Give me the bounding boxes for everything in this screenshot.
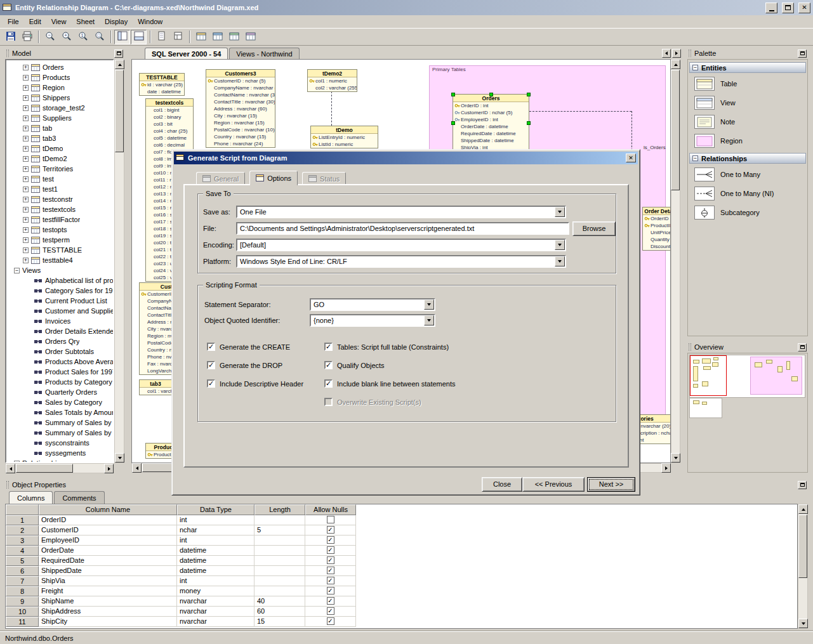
menu-view[interactable]: View (46, 16, 72, 27)
tree-expander[interactable]: + (23, 75, 29, 81)
tree-expander[interactable]: − (14, 268, 20, 273)
tree-item-testconstr[interactable]: +testconstr (6, 194, 113, 204)
tree-item-summary-of-sales-by-quarter[interactable]: Summary of Sales by Quarter (6, 417, 113, 428)
length-cell[interactable] (254, 515, 305, 525)
close-button[interactable]: ✕ (798, 3, 810, 13)
table-report-button[interactable] (242, 30, 258, 44)
properties-panel-menu-button[interactable] (798, 481, 807, 489)
row-number-cell[interactable]: 3 (6, 536, 39, 546)
menu-window[interactable]: Window (133, 16, 168, 27)
tree-item-region[interactable]: +Region (6, 82, 113, 93)
table-row[interactable]: 2CustomerIDnchar5✓ (6, 525, 797, 536)
tree-expander[interactable]: + (23, 176, 29, 182)
data-type-cell[interactable]: int (177, 515, 254, 525)
table-row[interactable]: 8Freightmoney✓ (6, 586, 797, 596)
entity-orders[interactable]: OrdersOrderID : intCustomerID : nchar (5… (453, 94, 529, 152)
save-as-select[interactable]: One File (236, 206, 566, 218)
tree-expander[interactable]: + (23, 95, 29, 101)
palette-item-view[interactable]: View (688, 93, 807, 112)
save-button[interactable] (3, 30, 18, 44)
table-row[interactable]: 4OrderDatedatetime✓ (6, 546, 797, 556)
tree-item-alphabetical-list-of-products[interactable]: Alphabetical list of products (6, 275, 113, 286)
column-name-cell[interactable]: ShipVia (39, 576, 177, 586)
tree-item-order-subtotals[interactable]: Order Subtotals (6, 346, 113, 357)
row-number-cell[interactable]: 7 (6, 576, 39, 586)
sheet-tab-views-northwind[interactable]: Views - Northwind (229, 48, 299, 59)
row-number-cell[interactable]: 5 (6, 556, 39, 566)
statement-separator-select[interactable]: GO (310, 298, 435, 311)
entity-customers3[interactable]: Customers3CustomerID : nchar (5)CompanyN… (206, 69, 275, 148)
show-model-panel-button[interactable] (114, 30, 130, 44)
selection-handle[interactable] (451, 93, 455, 96)
model-tree-vscrollbar[interactable] (114, 59, 124, 463)
tree-item-sales-by-category[interactable]: Sales by Category (6, 397, 113, 407)
tree-item-invoices[interactable]: Invoices (6, 316, 113, 326)
scrollbar-thumb[interactable] (671, 70, 680, 190)
palette-item-table[interactable]: Table (688, 74, 807, 93)
scroll-up-button[interactable] (115, 60, 124, 69)
tree-expander[interactable]: + (23, 197, 29, 202)
generate-the-drop-checkbox[interactable]: ✓Generate the DROP (207, 361, 282, 369)
tree-expander[interactable]: + (23, 187, 29, 192)
tree-item-tab3[interactable]: +tab3 (6, 133, 113, 143)
scrollbar-thumb[interactable] (16, 464, 73, 473)
entity-tdemo[interactable]: tDemoListEntryId : numericListId : numer… (310, 126, 378, 148)
tree-item-tab[interactable]: +tab (6, 123, 113, 133)
zoom-actual-button[interactable]: 1 (75, 30, 91, 44)
tree-expander[interactable]: + (23, 65, 29, 70)
length-cell[interactable] (254, 536, 305, 546)
encoding-select[interactable]: [Default] (236, 239, 566, 251)
allow-nulls-checkbox[interactable]: ✓ (327, 536, 334, 544)
entity-tdemo2[interactable]: tDemo2col1 : numericcol2 : varchar (255) (307, 69, 357, 92)
tree-expander[interactable]: + (23, 115, 29, 121)
minimap-viewport[interactable] (690, 355, 727, 396)
zoom-in-button[interactable]: + (58, 30, 74, 44)
scrollbar-thumb[interactable] (115, 70, 124, 152)
palette-panel-menu-button[interactable] (798, 49, 807, 58)
column-name-cell[interactable]: OrderID (39, 515, 177, 525)
table-row[interactable]: 5RequiredDatedatetime✓ (6, 556, 797, 566)
entity-order-details[interactable]: Order DetailsOrderID : intProductID : in… (642, 207, 671, 251)
zoom-out-button[interactable]: − (42, 30, 58, 44)
length-cell[interactable] (254, 576, 305, 586)
tree-expander[interactable]: + (23, 237, 29, 243)
tree-item-testtable4[interactable]: +testtable4 (6, 255, 113, 265)
sheet-options-button[interactable] (170, 30, 186, 44)
palette-group-relationships[interactable]: −Relationships (689, 153, 806, 164)
tree-item-testperm[interactable]: +testperm (6, 235, 113, 245)
tree-item-orders-qry[interactable]: Orders Qry (6, 336, 113, 346)
checkbox-box[interactable]: ✓ (207, 343, 215, 351)
row-number-cell[interactable]: 11 (6, 617, 39, 627)
import-tables-button[interactable] (209, 30, 225, 44)
tree-item-current-product-list[interactable]: Current Product List (6, 296, 113, 306)
overview-panel-menu-button[interactable] (798, 343, 807, 352)
tree-item-category-sales-for-1997[interactable]: Category Sales for 1997 (6, 286, 113, 296)
palette-item-one-to-many[interactable]: One to Many (688, 165, 807, 184)
tree-item-products-by-category[interactable]: Products by Category (6, 377, 113, 387)
scroll-right-button[interactable] (661, 463, 671, 473)
data-type-cell[interactable]: money (177, 586, 254, 596)
tree-expander[interactable]: + (23, 85, 29, 91)
tree-item-orders[interactable]: +Orders (6, 62, 113, 72)
selection-handle[interactable] (527, 93, 531, 96)
scroll-left-button[interactable] (6, 464, 15, 473)
tree-item-quarterly-orders[interactable]: Quarterly Orders (6, 387, 113, 397)
tree-item-customer-and-suppliers-by-city[interactable]: Customer and Suppliers by City (6, 306, 113, 316)
scroll-down-button[interactable] (671, 453, 680, 463)
table-row[interactable]: 7ShipViaint✓ (6, 576, 797, 586)
dialog-close-button[interactable]: ✕ (626, 154, 636, 162)
tree-item-syssegments[interactable]: syssegments (6, 448, 113, 458)
tree-item-testfillfactor[interactable]: +testfillFactor (6, 214, 113, 225)
collapse-icon[interactable]: − (692, 155, 698, 161)
tables-script-full-table-constraints-checkbox[interactable]: ✓Tables: Script full table (Constraints) (324, 343, 449, 351)
length-cell[interactable]: 15 (254, 617, 305, 627)
table-row[interactable]: 11ShipCitynvarchar15✓ (6, 617, 797, 627)
allow-nulls-checkbox[interactable]: ✓ (327, 587, 334, 595)
tree-expander[interactable]: + (23, 156, 29, 162)
quoted-identifier-select[interactable]: {none} (310, 314, 435, 327)
sheet-tab-sql-server-2000-54[interactable]: SQL Server 2000 - 54 (145, 48, 228, 59)
table-row[interactable]: 6ShippedDatedatetime✓ (6, 566, 797, 576)
minimize-button[interactable] (765, 3, 777, 13)
menu-display[interactable]: Display (100, 16, 133, 27)
row-number-cell[interactable]: 1 (6, 515, 39, 525)
